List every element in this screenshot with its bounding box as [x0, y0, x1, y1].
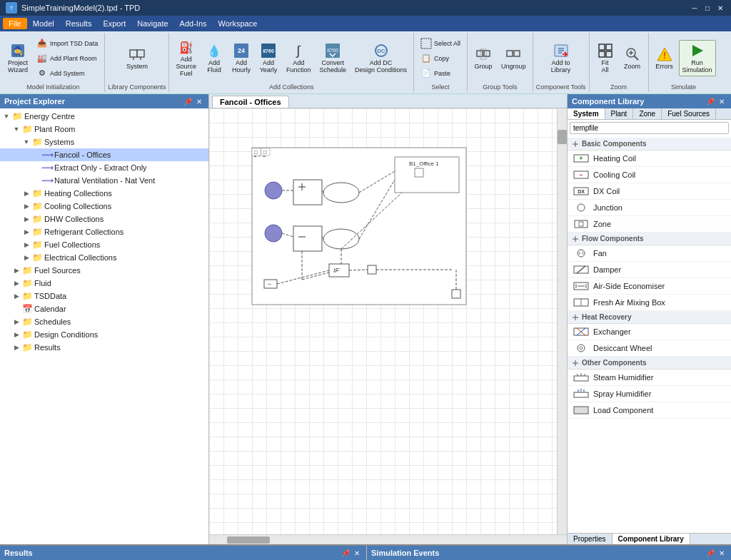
svg-rect-110	[574, 392, 588, 397]
tree-item-fuel-sources[interactable]: ▶ 📁 Fuel Sources	[0, 264, 208, 277]
menu-export[interactable]: Export	[97, 18, 131, 29]
window-controls[interactable]: ─ □ ✕	[690, 3, 725, 13]
maximize-button[interactable]: □	[702, 3, 712, 13]
menu-file[interactable]: File	[3, 18, 27, 29]
zone-icon	[573, 218, 589, 230]
add-yearly-button[interactable]: 8760 AddYearly	[256, 40, 281, 76]
cl-tab-system[interactable]: System	[568, 108, 605, 119]
menu-navigate[interactable]: Navigate	[131, 18, 173, 29]
tree-item-extract-only[interactable]: ▶ ⟿ Extract Only - Extract Only	[0, 161, 208, 174]
cl-item-fan[interactable]: Fan	[568, 245, 731, 262]
zoom-button[interactable]: Zoom	[620, 44, 645, 73]
main-layout: Project Explorer 📌 ✕ ▼ 📁 Energy Centre ▼…	[0, 94, 731, 544]
zone-label: Zone	[593, 220, 611, 228]
collections-label: Add Collections	[269, 82, 314, 91]
cl-item-cooling-coil[interactable]: − Cooling Coil	[568, 167, 731, 183]
tree-item-calendar[interactable]: ▶ 📅 Calendar	[0, 302, 208, 315]
add-source-fuel-button[interactable]: ⛽ AddSourceFuel	[172, 36, 200, 80]
cl-item-load-component[interactable]: Load Component	[568, 402, 731, 419]
canvas-area[interactable]: 1 / 5 □ □ B1_Office 1	[209, 108, 557, 534]
menu-addins[interactable]: Add-Ins	[174, 18, 213, 29]
toolbar-simulate-buttons: ! Errors RunSimulation	[652, 34, 716, 82]
cl-item-steam-humidifier[interactable]: Steam Humidifier	[568, 370, 731, 386]
fuel-sources-icon: 📁	[21, 265, 33, 276]
run-simulation-button[interactable]: RunSimulation	[679, 40, 716, 76]
tree-item-energy-centre[interactable]: ▼ 📁 Energy Centre	[0, 110, 208, 123]
project-wizard-button[interactable]: 🧙 ProjectWizard	[4, 40, 31, 76]
cl-item-fresh-air-mixing-box[interactable]: Fresh Air Mixing Box	[568, 295, 731, 311]
cl-tab-zone[interactable]: Zone	[633, 108, 662, 119]
add-to-library-button[interactable]: Add toLibrary	[548, 40, 575, 76]
tree-item-fluid[interactable]: ▶ 📁 Fluid	[0, 277, 208, 290]
minimize-button[interactable]: ─	[690, 3, 700, 13]
cl-item-dx-coil[interactable]: DX DX Coil	[568, 183, 731, 200]
tab-fancoil-offices[interactable]: Fancoil - Offices	[212, 96, 289, 108]
cl-item-desiccant-wheel[interactable]: Desiccant Wheel	[568, 340, 731, 357]
convert-schedule-button[interactable]: 8760 ConvertSchedule	[316, 40, 351, 76]
vertical-scrollbar[interactable]	[557, 108, 567, 534]
component-library-search-input[interactable]	[570, 122, 729, 134]
plant-room-icon: 📁	[21, 123, 33, 135]
menu-model[interactable]: Model	[27, 18, 60, 29]
sim-pin-button[interactable]: 📌	[705, 548, 715, 558]
import-tsd-button[interactable]: 📥 Import TSD Data	[33, 36, 101, 51]
cl-item-junction[interactable]: Junction	[568, 200, 731, 216]
component-library-panel: Component Library 📌 ✕ System Plant Zone …	[567, 94, 731, 544]
cl-item-exchanger[interactable]: Exchanger	[568, 324, 731, 340]
tree-item-cooling-collections[interactable]: ▶ 📁 Cooling Collections	[0, 200, 208, 213]
tree-item-systems[interactable]: ▼ 📁 Systems	[0, 136, 208, 148]
horizontal-scrollbar[interactable]	[209, 534, 567, 544]
cl-item-damper[interactable]: Damper	[568, 262, 731, 278]
close-button[interactable]: ✕	[715, 3, 725, 13]
cl-tab-fuel-sources[interactable]: Fuel Sources	[662, 108, 716, 119]
tree-item-tsddata[interactable]: ▶ 📁 TSDData	[0, 290, 208, 302]
panel-close-button[interactable]: ✕	[194, 96, 204, 106]
results-close-button[interactable]: ✕	[352, 548, 362, 558]
add-hourly-button[interactable]: 24 AddHourly	[228, 40, 254, 76]
tree-item-heating-collections[interactable]: ▶ 📁 Heating Collections	[0, 187, 208, 200]
system-button[interactable]: System	[123, 44, 151, 73]
tree-item-results[interactable]: ▶ 📁 Results	[0, 341, 208, 354]
tree-item-refrigerant-collections[interactable]: ▶ 📁 Refrigerant Collections	[0, 225, 208, 238]
add-function-button[interactable]: ∫ AddFunction	[283, 40, 315, 76]
tree-item-fuel-collections[interactable]: ▶ 📁 Fuel Collections	[0, 238, 208, 251]
errors-icon: !	[656, 46, 673, 63]
svg-text:+: +	[579, 155, 583, 162]
add-fluid-button[interactable]: 💧 AddFluid	[201, 40, 227, 76]
cl-item-heating-coil[interactable]: + Heating Coil	[568, 151, 731, 167]
cl-item-air-side-economiser[interactable]: Air-Side Economiser	[568, 278, 731, 295]
svg-point-116	[583, 390, 585, 391]
menu-results[interactable]: Results	[60, 18, 98, 29]
results-pin-button[interactable]: 📌	[341, 548, 351, 558]
cl-bottom-tab-properties[interactable]: Properties	[568, 534, 612, 544]
tree-item-nat-vent[interactable]: ▶ ⟿ Natural Ventilation - Nat Vent	[0, 174, 208, 187]
errors-button[interactable]: ! Errors	[652, 44, 677, 73]
menu-workspace[interactable]: Workspace	[213, 18, 263, 29]
paste-button[interactable]: 📄 Paste	[417, 66, 464, 81]
menu-bar: File Model Results Export Navigate Add-I…	[0, 16, 731, 31]
fit-all-button[interactable]: FitAll	[593, 40, 618, 76]
add-system-button[interactable]: ⚙ Add System	[33, 66, 101, 81]
cl-item-spray-humidifier[interactable]: Spray Humidifier	[568, 386, 731, 402]
cl-tab-plant[interactable]: Plant	[605, 108, 634, 119]
tree-item-electrical-collections[interactable]: ▶ 📁 Electrical Collections	[0, 251, 208, 264]
add-dc-icon: DC	[373, 42, 390, 59]
tree-item-plant-room[interactable]: ▼ 📁 Plant Room	[0, 123, 208, 136]
add-dc-button[interactable]: DC Add DCDesign Conditions	[351, 40, 410, 76]
tree-item-design-conditions[interactable]: ▶ 📁 Design Conditions	[0, 328, 208, 341]
group-button[interactable]: Group	[470, 44, 496, 73]
cl-pin-button[interactable]: 📌	[705, 96, 715, 106]
panel-pin-button[interactable]: 📌	[183, 96, 193, 106]
svg-point-51	[323, 183, 359, 203]
cl-item-zone[interactable]: Zone	[568, 216, 731, 233]
tree-item-fancoil-offices[interactable]: ▶ ⟿ Fancoil - Offices	[0, 148, 208, 161]
add-plant-room-button[interactable]: 🏭 Add Plant Room	[33, 51, 101, 66]
cl-close-button[interactable]: ✕	[717, 96, 727, 106]
ungroup-button[interactable]: Ungroup	[498, 44, 530, 73]
cl-bottom-tab-component-library[interactable]: Component Library	[612, 534, 690, 544]
select-all-button[interactable]: Select All	[417, 36, 464, 51]
tree-item-dhw-collections[interactable]: ▶ 📁 DHW Collections	[0, 213, 208, 225]
sim-close-button[interactable]: ✕	[717, 548, 727, 558]
tree-item-schedules[interactable]: ▶ 📁 Schedules	[0, 315, 208, 328]
copy-button[interactable]: 📋 Copy	[417, 51, 464, 66]
